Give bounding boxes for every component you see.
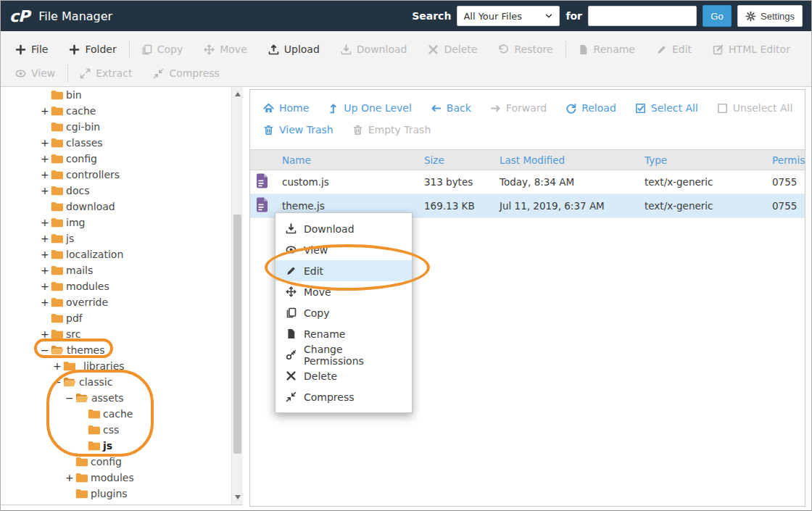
- tree-toggle-plus-icon[interactable]: +: [41, 137, 51, 149]
- toolbar-delete-button[interactable]: Delete: [428, 43, 477, 55]
- context-menu-item-rename[interactable]: Rename: [276, 323, 412, 344]
- nav-back-button[interactable]: Back: [431, 102, 471, 114]
- tree-toggle-plus-icon[interactable]: +: [41, 217, 51, 228]
- tree-toggle-minus-icon[interactable]: −: [41, 344, 51, 356]
- tree-item-js[interactable]: js: [1, 438, 231, 454]
- toolbar-separator: [566, 41, 566, 58]
- page-title: File Manager: [38, 9, 112, 23]
- search-scope-select[interactable]: All Your Files: [457, 6, 560, 26]
- toolbar-html-editor-button[interactable]: HTML Editor: [713, 43, 790, 55]
- tree-scrollbar[interactable]: [231, 87, 243, 504]
- context-menu-item-edit[interactable]: Edit: [276, 260, 412, 281]
- nav-unselect-all-button[interactable]: Unselect All: [717, 102, 793, 114]
- file-name: custom.js: [276, 170, 418, 194]
- toolbar-folder-button[interactable]: Folder: [69, 43, 116, 55]
- tree-item-classes[interactable]: +classes: [1, 135, 231, 151]
- tree-item-js[interactable]: +js: [1, 230, 231, 246]
- scrollbar-thumb[interactable]: [233, 215, 241, 454]
- context-menu-item-download[interactable]: Download: [276, 218, 412, 239]
- tree-item-modules[interactable]: +modules: [1, 470, 231, 486]
- tree-item-classic[interactable]: −classic: [1, 374, 231, 390]
- tree-item-img[interactable]: +img: [1, 215, 231, 230]
- toolbar-compress-button[interactable]: Compress: [153, 67, 220, 79]
- tree-item-bin[interactable]: bin: [1, 87, 231, 103]
- file-row-custom-js[interactable]: custom.js313 bytesToday, 8:34 AMtext/x-g…: [250, 170, 805, 194]
- tree-toggle-plus-icon[interactable]: +: [41, 281, 51, 292]
- tree-toggle-plus-icon[interactable]: +: [65, 504, 75, 504]
- tree-item-controllers[interactable]: +controllers: [1, 167, 231, 183]
- context-menu-item-copy[interactable]: Copy: [276, 302, 412, 323]
- folder-closed-icon: [51, 106, 63, 116]
- nav-up-one-level-button[interactable]: Up One Level: [328, 102, 412, 114]
- column-header-last-modified[interactable]: Last Modified: [494, 150, 639, 170]
- tree-item-docs[interactable]: +docs: [1, 183, 231, 199]
- go-button[interactable]: Go: [703, 5, 732, 27]
- toolbar-upload-button[interactable]: Upload: [268, 43, 320, 55]
- tree-toggle-plus-icon[interactable]: +: [41, 185, 51, 196]
- tree-toggle-plus-icon[interactable]: +: [65, 472, 75, 483]
- nav-label: Reload: [581, 102, 616, 114]
- tree-item-override[interactable]: +override: [1, 294, 231, 310]
- nav-forward-button[interactable]: Forward: [490, 102, 547, 114]
- tree-item-label: themes: [67, 344, 105, 356]
- context-menu-item-delete[interactable]: Delete: [276, 365, 412, 386]
- column-header-size[interactable]: Size: [418, 150, 494, 170]
- tree-item-config[interactable]: config: [1, 454, 231, 470]
- tree-item-templates[interactable]: +templates: [1, 502, 231, 504]
- tree-item-src[interactable]: +src: [1, 326, 231, 342]
- file-size: 313 bytes: [418, 170, 494, 194]
- tree-toggle-minus-icon[interactable]: −: [65, 392, 75, 404]
- settings-button[interactable]: Settings: [737, 5, 803, 27]
- tree-item-mails[interactable]: +mails: [1, 262, 231, 278]
- nav-reload-button[interactable]: Reload: [566, 102, 616, 114]
- tree-item-modules[interactable]: +modules: [1, 278, 231, 294]
- nav-empty-trash-button[interactable]: Empty Trash: [352, 124, 431, 136]
- tree-toggle-minus-icon[interactable]: −: [53, 376, 63, 388]
- tree-toggle-plus-icon[interactable]: +: [41, 249, 51, 260]
- column-header-type[interactable]: Type: [639, 150, 766, 170]
- context-menu-item-change-permissions[interactable]: Change Permissions: [276, 344, 412, 365]
- tree-toggle-plus-icon[interactable]: +: [41, 265, 51, 276]
- tree-toggle-plus-icon[interactable]: +: [41, 233, 51, 244]
- nav-view-trash-button[interactable]: View Trash: [263, 124, 334, 136]
- column-header-permissions[interactable]: Permissions: [766, 150, 805, 170]
- tree-item-libraries[interactable]: +_libraries: [1, 358, 231, 374]
- tree-item-css[interactable]: css: [1, 422, 231, 438]
- tree-toggle-plus-icon[interactable]: +: [53, 360, 63, 372]
- tree-item-download[interactable]: download: [1, 199, 231, 215]
- tree-item-cache[interactable]: cache: [1, 406, 231, 422]
- nav-home-button[interactable]: Home: [263, 102, 309, 114]
- column-header-name[interactable]: Name: [276, 150, 418, 170]
- tree-toggle-plus-icon[interactable]: +: [41, 169, 51, 180]
- toolbar-view-button[interactable]: View: [15, 67, 55, 79]
- tree-toggle-plus-icon[interactable]: +: [41, 328, 51, 340]
- scrollbar-down-arrow[interactable]: [232, 491, 243, 503]
- tree-item-config[interactable]: +config: [1, 151, 231, 167]
- context-menu-item-move[interactable]: Move: [276, 281, 412, 302]
- context-menu-item-compress[interactable]: Compress: [276, 386, 412, 407]
- toolbar-restore-button[interactable]: Restore: [498, 43, 552, 55]
- tree-toggle-plus-icon[interactable]: +: [41, 296, 51, 308]
- toolbar-move-button[interactable]: Move: [204, 43, 247, 55]
- tree-item-cgi-bin[interactable]: cgi-bin: [1, 119, 231, 135]
- tree-item-label: templates: [91, 504, 142, 504]
- tree-item-localization[interactable]: +localization: [1, 246, 231, 262]
- context-menu-item-view[interactable]: View: [276, 239, 412, 260]
- tree-item-themes[interactable]: −themes: [1, 342, 231, 358]
- toolbar-download-button[interactable]: Download: [341, 43, 407, 55]
- tree-item-pdf[interactable]: pdf: [1, 310, 231, 326]
- toolbar-file-button[interactable]: File: [15, 43, 48, 55]
- toolbar-edit-button[interactable]: Edit: [656, 43, 692, 55]
- tree-toggle-plus-icon[interactable]: +: [41, 153, 51, 165]
- scrollbar-up-arrow[interactable]: [232, 88, 243, 100]
- search-input[interactable]: [588, 6, 697, 26]
- toolbar-copy-button[interactable]: Copy: [141, 43, 183, 55]
- tree-item-cache[interactable]: +cache: [1, 103, 231, 119]
- tree-toggle-plus-icon[interactable]: +: [41, 105, 51, 117]
- toolbar-extract-button[interactable]: Extract: [80, 67, 132, 79]
- toolbar-rename-button[interactable]: Rename: [578, 43, 635, 55]
- tree-item-plugins[interactable]: plugins: [1, 486, 231, 502]
- nav-select-all-button[interactable]: Select All: [635, 102, 698, 114]
- tree-item-assets[interactable]: −assets: [1, 390, 231, 406]
- file-icon: [256, 173, 268, 188]
